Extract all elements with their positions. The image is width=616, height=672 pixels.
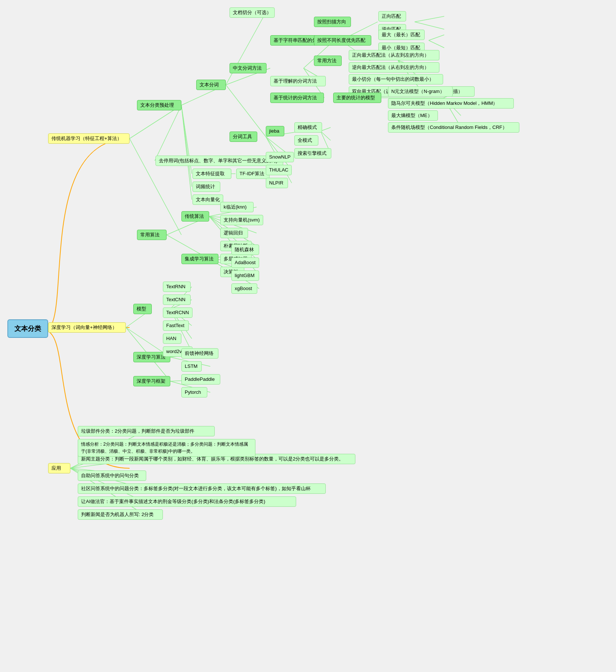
node-understand_seg: 基于理解的分词方法: [270, 76, 326, 86]
node-jieba_search: 搜索引擎模式: [294, 148, 331, 159]
node-deep_learn: 深度学习（词向量+神经网络）: [48, 322, 126, 333]
node-apply_spam: 垃圾部件分类：2分类问题，判断部件是否为垃圾部件: [78, 426, 215, 436]
node-hmm: 隐马尔可夫模型（Hidden Markov Model，HMM）: [388, 98, 514, 109]
node-common_algo: 常用算法: [137, 230, 167, 240]
node-xgb: xgBoost: [231, 283, 257, 294]
node-lgbm: lightGBM: [231, 270, 259, 281]
node-stat_seg: 基于统计的分词方法: [270, 93, 324, 103]
svg-line-6: [181, 105, 192, 200]
node-crf: 条件随机场模型（Conditional Random Fields，CRF）: [388, 122, 519, 133]
node-adaboost: AdaBoost: [231, 257, 259, 268]
svg-line-34: [321, 127, 331, 131]
node-paddle: PaddlePaddle: [181, 374, 220, 385]
svg-line-20: [429, 40, 444, 48]
svg-line-18: [415, 22, 444, 29]
node-word_freq: 词频统计: [192, 182, 220, 192]
node-textcnn: TextCNN: [163, 295, 191, 305]
node-nlpir: NLPIR: [266, 178, 288, 188]
node-textrnn: TextRNN: [163, 282, 191, 292]
node-knn: k临近(knn): [220, 202, 254, 212]
node-text_seg: 文本分词: [196, 80, 226, 90]
svg-line-10: [226, 13, 266, 85]
node-svm: 支持向量机(svm): [220, 215, 263, 225]
node-forward: 正向匹配: [378, 11, 406, 21]
node-doc_seg: 文档切分（可选）: [230, 7, 275, 18]
node-rf: 随机森林: [231, 244, 259, 255]
node-me: 最大熵模型（ME）: [388, 110, 438, 121]
node-dl_frame: 深度学习框架: [133, 376, 170, 386]
node-apply: 应用: [48, 463, 70, 473]
node-stop_word: 去停用词(包括标点、数字、单字和其它一些无意义的词): [155, 156, 283, 166]
node-apply_ai: 让AI做法官：基于案件事实描述文本的刑金等级分类(多分类)和法条分类(多标签多分…: [78, 496, 296, 507]
node-len_pri: 按照不同长度优先匹配: [314, 35, 371, 46]
node-snownlp: SnowNLP: [266, 152, 294, 162]
node-seg_tool: 分词工具: [230, 132, 257, 142]
node-pytorch: Pytorch: [181, 387, 207, 397]
node-lr: 逻辑回归: [220, 228, 248, 238]
node-apply_fake: 判断新闻是否为机器人所写: 2分类: [78, 509, 163, 520]
node-jieba_full: 全模式: [294, 135, 318, 146]
node-lstm: LSTM: [181, 361, 202, 372]
node-bwd_max: 逆向最大匹配法（从右到左的方向）: [349, 62, 439, 73]
node-text_preprocess: 文本分类预处理: [137, 100, 181, 110]
root-label: 文本分类: [14, 324, 41, 334]
node-cn_seg: 中文分词方法: [230, 63, 267, 73]
node-jieba_precise: 精确模式: [294, 122, 322, 133]
svg-line-9: [226, 85, 266, 137]
node-text_feat: 文本特征提取: [192, 169, 231, 179]
node-jieba: jieba: [266, 126, 284, 136]
node-ensemble: 集成学习算法: [181, 254, 218, 264]
root-node: 文本分类: [7, 319, 48, 338]
svg-line-1: [130, 139, 181, 235]
node-ffnn: 前馈神经网络: [181, 348, 218, 359]
node-textrcnn: TextRCNN: [163, 307, 192, 318]
node-sentiment: 情感分析：2分类问题：判断文本情感是积极还是消极；多分类问题：判断文本情感属于(…: [78, 439, 255, 457]
node-trad_algo: 传统算法: [181, 211, 209, 222]
node-han: HAN: [163, 333, 181, 344]
node-scan_dir: 按照扫描方向: [314, 17, 351, 27]
mindmap-container: 文本分类 传统机器学习（特征工程+算法）深度学习（词向量+神经网络）应用文本分类…: [0, 0, 616, 672]
node-common_method: 常用方法: [314, 56, 342, 66]
svg-line-35: [321, 131, 331, 140]
node-max_len: 最大（最长）匹配: [378, 30, 425, 40]
node-fwd_max: 正向最大匹配法（从左到左的方向）: [349, 50, 439, 60]
svg-line-3: [155, 105, 181, 161]
svg-line-17: [415, 16, 444, 22]
node-text_vec: 文本向量化: [192, 194, 223, 205]
svg-line-0: [130, 105, 181, 139]
node-fasttext: FastText: [163, 320, 189, 331]
node-stat_main: 主要的统计的模型: [333, 93, 381, 103]
svg-line-19: [429, 35, 444, 40]
svg-line-5: [181, 105, 192, 187]
node-tfidf: TF-IDF算法: [236, 169, 270, 179]
node-trad_ml: 传统机器学习（特征工程+算法）: [48, 133, 130, 144]
node-ngram: N元文法模型（N-gram）: [388, 86, 453, 97]
node-apply_community: 社区问答系统中的问题分类：多标签多分类(对一段文本进行多分类，该文本可能有多个标…: [78, 483, 326, 494]
node-model: 模型: [133, 304, 152, 314]
node-apply_qa: 自助问答系统中的问句分类: [78, 470, 146, 481]
node-min_cut: 最小切分（每一句中切出的词数最小）: [349, 74, 443, 84]
node-thulac: THULAC: [266, 165, 292, 175]
